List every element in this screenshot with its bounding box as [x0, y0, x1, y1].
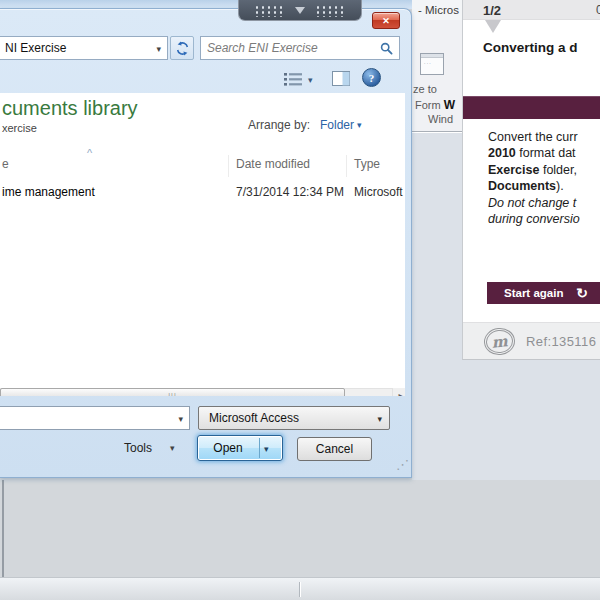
ribbon-label-form-bold: W — [444, 98, 455, 112]
sort-ascending-icon: ^ — [87, 147, 92, 159]
scrollbar-right-arrow[interactable]: ▸ — [393, 388, 405, 396]
body-line: Exercise folder, — [488, 162, 600, 178]
body-text-segment: 2010 — [488, 146, 516, 160]
form-icon[interactable]: ∙∙∙ — [420, 53, 444, 75]
refresh-button[interactable] — [170, 36, 194, 60]
body-text-segment: during conversio — [488, 212, 580, 226]
body-line: Do not change t — [488, 195, 600, 211]
search-icon — [380, 42, 393, 55]
right-arrow-icon: ▸ — [398, 391, 402, 397]
search-input[interactable] — [207, 40, 372, 56]
open-dialog: ✕ NI Exercise ▾ ▾ — [0, 8, 412, 478]
arrange-caret-icon[interactable]: ▾ — [357, 120, 362, 130]
search-box — [200, 36, 400, 60]
bottom-workspace — [0, 480, 600, 577]
panel-footer: m Ref:135116 — [463, 322, 600, 360]
ribbon-label-size-to: ze to — [413, 83, 437, 95]
tutor-panel: 1/2 0 Converting a d Convert the curr201… — [462, 0, 600, 360]
ribbon-label-form-text: Form — [415, 99, 444, 111]
dots-grid-icon — [253, 4, 286, 17]
views-caret-icon[interactable]: ▾ — [308, 75, 313, 85]
column-separator — [346, 155, 347, 177]
restart-icon: ↻ — [576, 285, 588, 301]
file-cell: ime management — [2, 185, 95, 199]
pager-label: 1/2 — [483, 3, 501, 18]
resize-grip-icon[interactable]: ⋰ — [396, 457, 409, 472]
column-header[interactable]: Date modified — [236, 157, 310, 171]
open-split-caret-icon[interactable]: ▾ — [264, 444, 269, 454]
filename-combobox: ▾ — [0, 406, 190, 430]
body-text-segment: folder, — [539, 163, 577, 177]
close-button[interactable]: ✕ — [372, 12, 400, 29]
preview-pane-icon[interactable] — [332, 71, 350, 86]
views-icon[interactable] — [283, 71, 305, 87]
body-line: 2010 format dat — [488, 145, 600, 161]
panel-body: Convert the curr2010 format datExercise … — [488, 129, 600, 227]
dock-handle[interactable] — [238, 0, 362, 21]
column-header[interactable]: Type — [354, 157, 380, 171]
body-text-segment: Do not change t — [488, 196, 576, 210]
ref-label: Ref:135116 — [526, 334, 596, 349]
panel-accent-bar — [463, 96, 600, 119]
body-text-segment: Documents — [488, 179, 556, 193]
start-again-label: Start again — [504, 287, 563, 299]
ribbon-label-form: Form W — [415, 98, 455, 112]
body-text-segment: Convert the curr — [488, 130, 578, 144]
filetype-dropdown[interactable]: Microsoft Access ▾ — [198, 406, 390, 430]
cancel-button[interactable]: Cancel — [297, 437, 372, 461]
arrange-by-dropdown[interactable]: Folder — [320, 118, 354, 132]
corner-fragment: 0 — [596, 3, 600, 17]
refresh-icon — [175, 41, 190, 56]
body-line: during conversio — [488, 211, 600, 227]
file-cell: Microsoft — [354, 185, 403, 199]
scrollbar-thumb[interactable]: ||| — [0, 388, 345, 396]
filename-caret-icon[interactable]: ▾ — [178, 414, 183, 424]
window-left-edge — [2, 480, 4, 577]
start-again-button[interactable]: Start again ↻ — [487, 282, 600, 304]
open-split-divider — [259, 438, 260, 458]
help-button[interactable]: ? — [362, 68, 381, 87]
eni-logo: m — [483, 326, 517, 356]
close-icon: ✕ — [382, 16, 390, 26]
panel-top-strip: 1/2 0 — [463, 0, 600, 20]
dock-arrow-icon — [295, 7, 305, 14]
column-header[interactable]: e — [2, 157, 9, 171]
pager-pointer-triangle — [485, 20, 501, 33]
address-text: NI Exercise — [5, 41, 66, 55]
form-icon-dots: ∙∙∙ — [421, 58, 443, 66]
open-button[interactable]: Open ▾ — [197, 435, 283, 461]
open-button-label: Open — [198, 441, 258, 455]
column-separator — [228, 155, 229, 177]
panel-heading: Converting a d — [483, 40, 578, 55]
tools-caret-icon[interactable]: ▾ — [170, 443, 175, 453]
body-line: Convert the curr — [488, 129, 600, 145]
arrange-by-label: Arrange by: — [248, 118, 310, 132]
tools-menu[interactable]: Tools — [124, 441, 152, 455]
statusbar-divider — [299, 582, 300, 597]
filetype-caret-icon: ▾ — [377, 414, 382, 424]
file-cell: 7/31/2014 12:34 PM — [236, 185, 344, 199]
ribbon-group-label-windows: Wind — [428, 113, 453, 125]
file-browser-content: cuments library xercise Arrange by: Fold… — [0, 93, 405, 396]
library-subtitle: xercise — [2, 122, 37, 134]
filetype-value: Microsoft Access — [209, 411, 299, 425]
address-caret-icon: ▾ — [156, 44, 161, 54]
body-text-segment: ). — [556, 179, 564, 193]
scrollbar-grip-icon: ||| — [168, 392, 176, 397]
body-line: Documents). — [488, 178, 600, 194]
body-text-segment: format dat — [516, 146, 576, 160]
library-title: cuments library — [2, 97, 138, 120]
filename-input[interactable] — [5, 410, 165, 424]
address-breadcrumb[interactable]: NI Exercise ▾ — [0, 36, 168, 60]
help-icon: ? — [369, 72, 375, 84]
screen: - Micros ∙∙∙ ze to Form W Wind ✕ NI Exer… — [0, 0, 600, 600]
dots-grid-icon — [314, 4, 347, 17]
body-text-segment: Exercise — [488, 163, 539, 177]
status-bar — [0, 577, 600, 600]
